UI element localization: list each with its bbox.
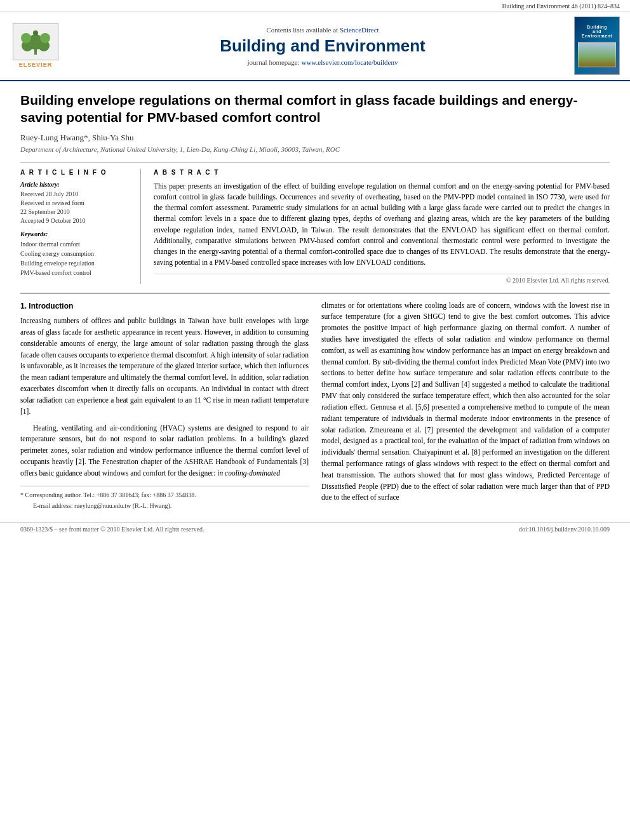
authors-text: Ruey-Lung Hwang*, Shiu-Ya Shu [20, 133, 134, 142]
sciencedirect-link[interactable]: ScienceDirect [340, 26, 379, 34]
abstract-text: This paper presents an investigation of … [154, 181, 610, 269]
body-col-left: 1. Introduction Increasing numbers of of… [20, 300, 309, 512]
received-revised-date: 22 September 2010 [20, 208, 133, 217]
section1-heading: 1. Introduction [20, 300, 309, 312]
accepted-date: Accepted 9 October 2010 [20, 217, 133, 225]
copyright-line: © 2010 Elsevier Ltd. All rights reserved… [154, 274, 610, 284]
keywords-section: Keywords: Indoor thermal comfort Cooling… [20, 230, 133, 277]
journal-citation: Building and Environment 46 (2011) 824–8… [502, 3, 620, 10]
footer-doi: doi:10.1016/j.buildenv.2010.10.009 [519, 526, 610, 533]
affiliation: Department of Architecture, National Uni… [20, 145, 610, 153]
top-strip: Building and Environment 46 (2011) 824–8… [0, 0, 630, 11]
abstract-section: A B S T R A C T This paper presents an i… [154, 169, 610, 284]
keywords-label: Keywords: [20, 230, 133, 237]
keyword-2: Cooling energy consumption [20, 249, 133, 258]
journal-homepage: journal homepage: www.elsevier.com/locat… [71, 58, 574, 66]
abstract-heading: A B S T R A C T [154, 169, 610, 176]
body-para1: Increasing numbers of offices and public… [20, 316, 309, 417]
journal-title: Building and Environment [71, 36, 574, 56]
elsevier-logo-box [13, 23, 58, 60]
footnote-corresponding: * Corresponding author. Tel.: +886 37 38… [20, 490, 309, 500]
article-info: A R T I C L E I N F O Article history: R… [20, 169, 141, 284]
received-revised-label: Received in revised form [20, 199, 133, 208]
body-col-right: climates or for orientations where cooli… [321, 300, 610, 512]
elsevier-logo: ELSEVIER [10, 23, 61, 68]
journal-center: Contents lists available at ScienceDirec… [71, 26, 574, 66]
footnotes: * Corresponding author. Tel.: +886 37 38… [20, 486, 309, 511]
body-columns: 1. Introduction Increasing numbers of of… [20, 300, 610, 512]
footer-issn: 0360-1323/$ – see front matter © 2010 El… [20, 526, 204, 533]
body-section: 1. Introduction Increasing numbers of of… [20, 293, 610, 512]
main-content: Building envelope regulations on thermal… [0, 81, 630, 523]
svg-point-5 [21, 33, 31, 43]
journal-header: ELSEVIER Contents lists available at Sci… [0, 11, 630, 81]
svg-point-7 [33, 30, 38, 36]
footer-strip: 0360-1323/$ – see front matter © 2010 El… [0, 523, 630, 535]
homepage-url[interactable]: www.elsevier.com/locate/buildenv [301, 58, 398, 66]
footnote-email: E-mail address: rueylung@nuu.edu.tw (R.-… [20, 501, 309, 511]
authors: Ruey-Lung Hwang*, Shiu-Ya Shu [20, 133, 610, 143]
keywords-list: Indoor thermal comfort Cooling energy co… [20, 239, 133, 277]
keyword-1: Indoor thermal comfort [20, 239, 133, 249]
keyword-4: PMV-based comfort control [20, 268, 133, 277]
article-info-heading: A R T I C L E I N F O [20, 169, 133, 176]
received-date: Received 28 July 2010 [20, 190, 133, 199]
sciencedirect-info: Contents lists available at ScienceDirec… [71, 26, 574, 34]
journal-cover: BuildingandEnvironment [574, 17, 620, 75]
elsevier-brand: ELSEVIER [19, 62, 53, 68]
article-title: Building envelope regulations on thermal… [20, 91, 610, 126]
svg-point-6 [40, 33, 50, 43]
history-label: Article history: [20, 181, 133, 188]
article-info-abstract: A R T I C L E I N F O Article history: R… [20, 162, 610, 284]
keyword-3: Building envelope regulation [20, 258, 133, 268]
body-para2-italic: in cooling-dominated [217, 469, 280, 477]
body-para2: Heating, ventilating and air-conditionin… [20, 423, 309, 479]
article-history: Article history: Received 28 July 2010 R… [20, 181, 133, 225]
body-para-right1: climates or for orientations where cooli… [321, 300, 610, 504]
